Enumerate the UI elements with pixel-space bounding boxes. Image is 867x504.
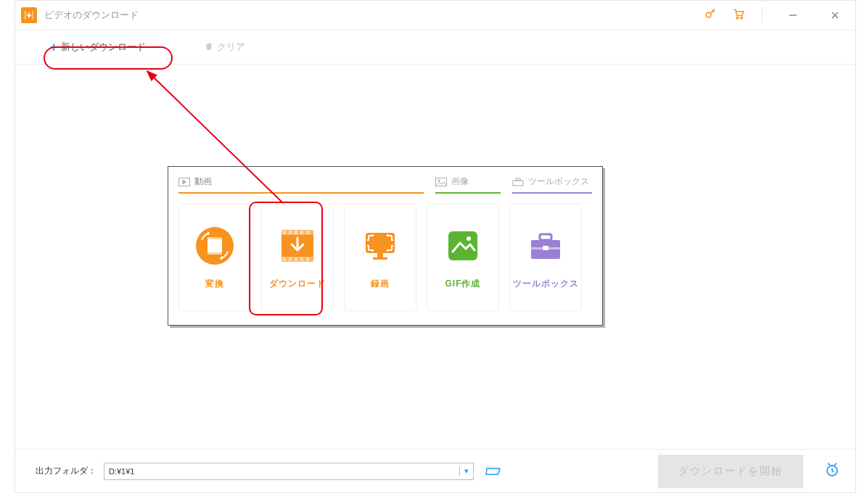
card-record[interactable]: 録画: [344, 204, 416, 311]
svg-rect-19: [283, 231, 286, 234]
tab-toolbox-label: ツールボックス: [528, 175, 589, 188]
tab-image[interactable]: 画像: [435, 175, 501, 194]
svg-rect-11: [516, 178, 520, 181]
tab-image-label: 画像: [451, 175, 469, 188]
minimize-button[interactable]: [778, 1, 808, 30]
chevron-down-icon: ▾: [459, 466, 469, 476]
clear-button[interactable]: クリア: [204, 41, 245, 54]
start-download-button[interactable]: ダウンロードを開始: [658, 455, 803, 488]
panel-tabs: 動画 画像 ツールボックス: [178, 175, 592, 194]
svg-rect-1: [25, 11, 26, 20]
card-gif[interactable]: GIF作成: [427, 204, 499, 311]
svg-rect-2: [33, 11, 34, 20]
svg-rect-24: [283, 257, 286, 261]
svg-rect-31: [373, 257, 387, 260]
close-button[interactable]: [821, 1, 850, 30]
open-folder-button[interactable]: [485, 463, 501, 479]
start-download-label: ダウンロードを開始: [678, 465, 783, 478]
svg-rect-22: [300, 231, 303, 234]
output-folder-label: 出力フォルダ：: [36, 465, 96, 477]
window-title: ビデオのダウンロード: [44, 9, 704, 22]
card-convert-label: 変換: [205, 278, 224, 290]
tab-toolbox[interactable]: ツールボックス: [512, 175, 592, 194]
svg-rect-20: [289, 231, 292, 234]
svg-rect-26: [295, 257, 297, 261]
svg-point-4: [736, 17, 739, 20]
card-toolbox[interactable]: ツールボックス: [509, 204, 582, 311]
separator: [762, 7, 763, 23]
clear-label: クリア: [217, 41, 245, 54]
svg-rect-10: [513, 181, 523, 186]
tab-video-label: 動画: [194, 175, 212, 188]
svg-rect-28: [306, 257, 309, 261]
svg-rect-25: [289, 257, 292, 261]
plus-icon: +: [50, 40, 58, 55]
svg-rect-14: [207, 237, 222, 239]
svg-rect-13: [207, 237, 222, 255]
new-download-button[interactable]: + 新しいダウンロード: [50, 40, 146, 55]
card-gif-label: GIF作成: [445, 278, 481, 290]
new-download-label: 新しいダウンロード: [61, 41, 146, 54]
feature-panel: 動画 画像 ツールボックス 変換 ダウンロード: [168, 166, 603, 326]
app-window: ビデオのダウンロード + 新しいダウンロード クリア: [15, 0, 856, 493]
trash-icon: [204, 41, 214, 54]
svg-rect-15: [207, 252, 222, 255]
svg-point-3: [706, 12, 711, 17]
svg-rect-30: [377, 253, 383, 257]
card-toolbox-label: ツールボックス: [513, 278, 579, 290]
svg-rect-23: [306, 231, 309, 234]
key-icon[interactable]: [704, 7, 718, 24]
svg-rect-37: [543, 246, 548, 250]
card-record-label: 録画: [371, 278, 390, 290]
svg-point-9: [438, 180, 440, 181]
svg-point-33: [467, 236, 471, 241]
cart-icon[interactable]: [731, 7, 746, 24]
titlebar: ビデオのダウンロード: [15, 1, 855, 30]
tab-video[interactable]: 動画: [178, 175, 424, 194]
svg-point-5: [741, 17, 743, 20]
gif-icon: [443, 226, 483, 266]
output-folder-select[interactable]: D:¥1¥1 ▾: [104, 463, 474, 480]
card-download-label: ダウンロード: [269, 278, 326, 290]
titlebar-controls: [704, 1, 850, 30]
svg-rect-21: [295, 231, 297, 234]
toolbar: + 新しいダウンロード クリア: [15, 30, 855, 65]
convert-icon: [194, 226, 235, 266]
download-icon: [277, 226, 318, 266]
record-icon: [360, 226, 400, 266]
svg-rect-27: [300, 257, 303, 261]
svg-rect-36: [540, 234, 551, 240]
output-folder-path: D:¥1¥1: [109, 467, 134, 476]
footer: 出力フォルダ： D:¥1¥1 ▾ ダウンロードを開始: [15, 449, 855, 492]
schedule-icon[interactable]: [823, 461, 841, 482]
card-convert[interactable]: 変換: [178, 204, 251, 311]
toolbox-icon: [525, 226, 566, 266]
card-download[interactable]: ダウンロード: [261, 204, 334, 311]
app-icon: [21, 7, 37, 23]
feature-cards: 変換 ダウンロード 録画 GIF作成: [178, 204, 592, 311]
